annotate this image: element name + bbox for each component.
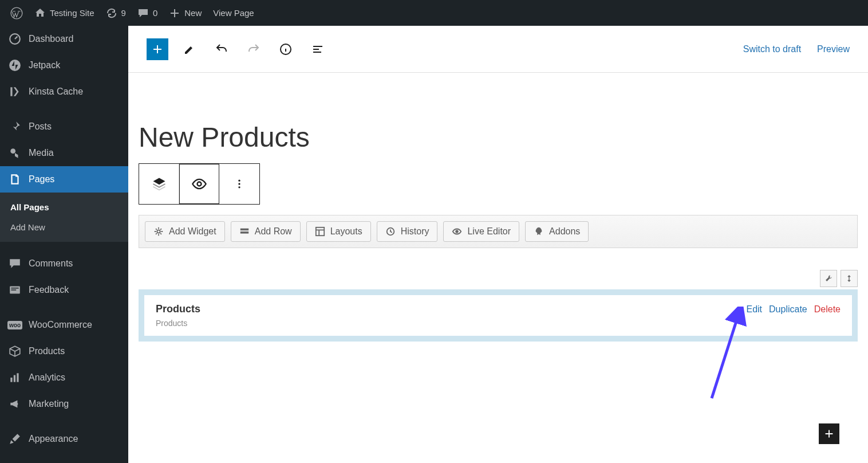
svg-rect-7 bbox=[17, 373, 18, 382]
editor-body: New Products Add Widget bbox=[128, 73, 868, 463]
wp-logo-menu[interactable] bbox=[5, 0, 29, 26]
editor-toolbar: Switch to draft Preview bbox=[128, 26, 868, 73]
block-toolbar bbox=[139, 163, 260, 205]
widget-row-products[interactable]: Products Products Edit Duplicate Delete bbox=[139, 289, 858, 342]
pin-icon bbox=[8, 120, 22, 134]
analytics-icon bbox=[8, 371, 22, 384]
block-preview-button[interactable] bbox=[179, 164, 219, 204]
wordpress-logo-icon bbox=[10, 7, 23, 19]
megaphone-icon bbox=[8, 397, 22, 411]
add-widget-button[interactable]: Add Widget bbox=[145, 221, 225, 242]
add-row-button[interactable]: Add Row bbox=[231, 221, 301, 242]
widget-actions: Edit Duplicate Delete bbox=[746, 303, 841, 315]
comments-count: 0 bbox=[153, 8, 157, 18]
updates-count: 9 bbox=[121, 8, 126, 18]
btn-label: Add Row bbox=[255, 226, 292, 237]
submenu-all-pages[interactable]: All Pages bbox=[0, 197, 128, 217]
preview-link[interactable]: Preview bbox=[817, 44, 850, 54]
widget-edit-link[interactable]: Edit bbox=[746, 304, 762, 315]
site-home-link[interactable]: Testing Site bbox=[29, 0, 100, 26]
widget-duplicate-link[interactable]: Duplicate bbox=[769, 304, 807, 315]
redo-button[interactable] bbox=[243, 38, 265, 60]
btn-label: History bbox=[401, 226, 429, 237]
layout-icon bbox=[315, 226, 325, 237]
btn-label: Live Editor bbox=[467, 226, 511, 237]
svg-point-3 bbox=[10, 148, 15, 154]
sidebar-label: Marketing bbox=[29, 399, 69, 409]
plus-icon bbox=[823, 427, 835, 440]
sidebar-item-appearance[interactable]: Appearance bbox=[0, 426, 128, 452]
undo-button[interactable] bbox=[211, 38, 232, 60]
addons-button[interactable]: Addons bbox=[525, 221, 589, 242]
products-icon bbox=[8, 344, 22, 358]
btn-label: Addons bbox=[549, 226, 580, 237]
svg-point-2 bbox=[9, 60, 21, 71]
outline-button[interactable] bbox=[307, 38, 329, 60]
layers-icon bbox=[151, 176, 167, 192]
btn-label: Layouts bbox=[330, 226, 362, 237]
sidebar-item-pages[interactable]: Pages bbox=[0, 166, 128, 193]
list-icon bbox=[311, 42, 325, 56]
pages-icon bbox=[8, 172, 22, 186]
add-block-button[interactable] bbox=[147, 38, 168, 60]
sidebar-label: Kinsta Cache bbox=[29, 87, 83, 97]
sidebar-item-posts[interactable]: Posts bbox=[0, 113, 128, 140]
submenu-add-new[interactable]: Add New bbox=[0, 217, 128, 237]
new-label: New bbox=[184, 8, 202, 18]
sidebar-label: Products bbox=[29, 346, 65, 356]
row-resize-button[interactable] bbox=[841, 270, 858, 287]
block-more-button[interactable] bbox=[219, 164, 259, 204]
widget-subtitle: Products bbox=[156, 319, 200, 328]
svg-point-13 bbox=[157, 230, 160, 233]
history-button[interactable]: History bbox=[377, 221, 438, 242]
widget-delete-link[interactable]: Delete bbox=[814, 304, 841, 315]
svg-point-11 bbox=[238, 183, 240, 185]
sidebar-item-feedback[interactable]: Feedback bbox=[0, 277, 128, 303]
history-icon bbox=[385, 226, 396, 237]
sidebar-item-media[interactable]: Media bbox=[0, 140, 128, 166]
block-layers-button[interactable] bbox=[139, 164, 179, 204]
sidebar-label: Comments bbox=[29, 258, 73, 269]
brush-icon bbox=[8, 432, 22, 446]
sidebar-item-jetpack[interactable]: Jetpack bbox=[0, 52, 128, 79]
sidebar-label: Media bbox=[29, 148, 54, 158]
editor-main: Switch to draft Preview New Products bbox=[128, 26, 868, 463]
gear-icon bbox=[153, 226, 164, 237]
layouts-button[interactable]: Layouts bbox=[306, 221, 371, 242]
sidebar-item-kinsta-cache[interactable]: Kinsta Cache bbox=[0, 79, 128, 105]
widget-title: Products bbox=[156, 303, 200, 315]
svg-rect-15 bbox=[240, 231, 248, 234]
home-icon bbox=[34, 7, 46, 19]
add-block-inline-button[interactable] bbox=[819, 423, 839, 444]
comments-link[interactable]: 0 bbox=[132, 0, 163, 26]
pencil-icon bbox=[183, 42, 196, 56]
edit-mode-button[interactable] bbox=[179, 38, 200, 60]
live-editor-button[interactable]: Live Editor bbox=[443, 221, 519, 242]
sidebar-item-woocommerce[interactable]: woo WooCommerce bbox=[0, 312, 128, 338]
sidebar-label: Analytics bbox=[29, 372, 65, 383]
plus-icon bbox=[151, 42, 164, 56]
svg-rect-6 bbox=[14, 375, 15, 382]
jetpack-icon bbox=[8, 58, 22, 72]
comments-icon bbox=[8, 257, 22, 270]
updates-link[interactable]: 9 bbox=[100, 0, 132, 26]
dashboard-icon bbox=[8, 32, 22, 46]
svg-rect-16 bbox=[315, 227, 323, 236]
sidebar-item-dashboard[interactable]: Dashboard bbox=[0, 26, 128, 52]
feedback-icon bbox=[8, 283, 22, 297]
row-settings-button[interactable] bbox=[820, 270, 837, 287]
view-page-label: View Page bbox=[213, 8, 254, 18]
info-button[interactable] bbox=[275, 38, 297, 60]
page-title[interactable]: New Products bbox=[139, 121, 858, 153]
sidebar-item-analytics[interactable]: Analytics bbox=[0, 364, 128, 391]
svg-point-12 bbox=[238, 186, 240, 188]
site-name: Testing Site bbox=[50, 8, 94, 18]
svg-rect-14 bbox=[240, 229, 248, 231]
sidebar-item-marketing[interactable]: Marketing bbox=[0, 391, 128, 417]
new-content-link[interactable]: New bbox=[163, 0, 207, 26]
switch-to-draft-link[interactable]: Switch to draft bbox=[743, 44, 801, 54]
admin-sidebar: Dashboard Jetpack Kinsta Cache Posts Med… bbox=[0, 26, 128, 463]
view-page-link[interactable]: View Page bbox=[207, 0, 259, 26]
sidebar-item-comments[interactable]: Comments bbox=[0, 250, 128, 277]
sidebar-item-products[interactable]: Products bbox=[0, 338, 128, 364]
